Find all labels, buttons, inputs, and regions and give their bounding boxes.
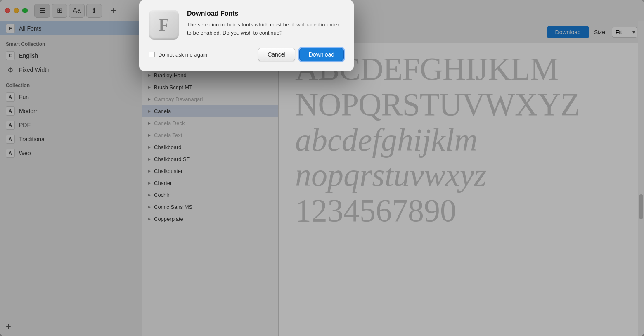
- modal-buttons: Cancel Download: [258, 48, 344, 61]
- modal-footer: Do not ask me again Cancel Download: [149, 48, 344, 61]
- modal-download-button[interactable]: Download: [299, 48, 344, 61]
- cancel-button[interactable]: Cancel: [258, 48, 295, 61]
- modal-title-area: Download Fonts The selection includes fo…: [187, 10, 344, 37]
- modal-header: F Download Fonts The selection includes …: [149, 10, 344, 40]
- do-not-ask-checkbox[interactable]: [149, 52, 155, 57]
- modal-icon: F: [149, 10, 179, 40]
- download-fonts-dialog: F Download Fonts The selection includes …: [139, 0, 354, 71]
- do-not-ask-checkbox-label[interactable]: Do not ask me again: [149, 52, 207, 58]
- modal-title: Download Fonts: [187, 10, 344, 17]
- checkbox-text: Do not ask me again: [158, 52, 207, 58]
- modal-overlay: F Download Fonts The selection includes …: [0, 0, 644, 336]
- modal-message: The selection includes fonts which must …: [187, 21, 344, 37]
- font-app-icon: F: [149, 10, 179, 40]
